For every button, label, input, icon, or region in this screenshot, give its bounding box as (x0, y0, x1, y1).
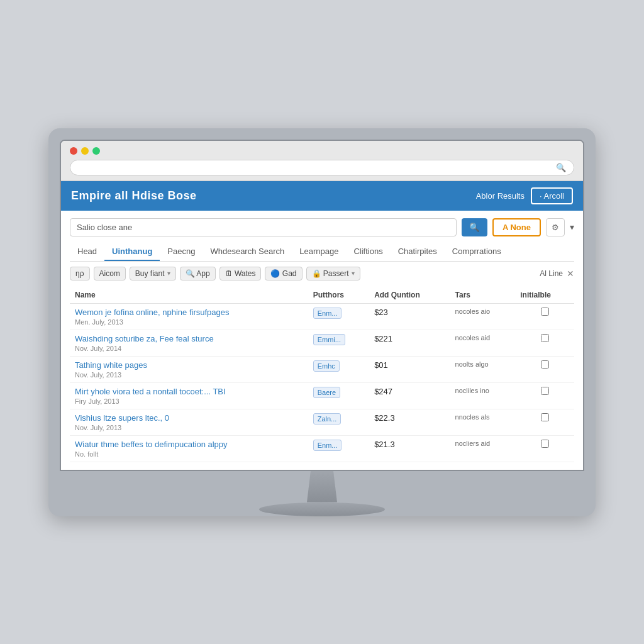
tab-comprrations[interactable]: Comprrations (445, 243, 509, 261)
author-badge[interactable]: Emhc (313, 360, 340, 372)
result-checkbox-cell[interactable] (515, 435, 574, 462)
filter-chip-app-label: 🔍 App (186, 269, 210, 278)
address-input[interactable] (78, 163, 556, 172)
result-author-cell: Zaln... (308, 409, 369, 435)
result-checkbox[interactable] (541, 440, 549, 448)
result-name-cell: Tathing white pages Nov. July, 2013 (70, 356, 308, 382)
result-price-cell: $23 (369, 303, 450, 330)
result-tags-cell: nocoles aid (450, 330, 516, 356)
filter-chip-gad-label: 🔵 Gad (270, 269, 296, 278)
settings-button[interactable]: ⚙ (546, 218, 565, 236)
header-nav-link[interactable]: Ablor Results (476, 191, 525, 201)
result-checkbox[interactable] (541, 360, 549, 369)
author-badge[interactable]: Baere (313, 387, 340, 398)
table-row: Vishius ltze supers ltec., 0 Nov. July, … (70, 409, 574, 435)
result-name-cell: Wiatur thme beffes to defimpucation alpp… (70, 435, 308, 462)
filter-chip-aicom[interactable]: Aicom (94, 267, 126, 280)
result-date: Nov. July, 2013 (75, 424, 303, 431)
search-input-wrap[interactable]: Salio close ane (70, 218, 457, 236)
search-bar-row: Salio close ane 🔍 A None ⚙ ▾ (70, 218, 574, 236)
tab-paecng[interactable]: Paecng (160, 243, 203, 261)
result-title[interactable]: Mirt yhole viora ted a nontall tocoet:..… (75, 387, 303, 396)
results-table: Name Putthors Add Quntion Tars initialbl… (70, 287, 574, 462)
result-title[interactable]: Tathing white pages (75, 360, 303, 370)
result-title[interactable]: Vishius ltze supers ltec., 0 (75, 413, 303, 423)
filter-chip-wates[interactable]: 🗓 Wates (219, 267, 262, 280)
tab-uinthanug[interactable]: Uinthanug (104, 243, 160, 261)
result-price-cell: $22.3 (369, 409, 450, 435)
table-row: Wiatur thme beffes to defimpucation alpp… (70, 435, 574, 462)
tab-head[interactable]: Head (70, 243, 104, 261)
result-price-cell: $21.3 (369, 435, 450, 462)
result-checkbox-cell[interactable] (515, 382, 574, 409)
result-tags-cell: nocoles aio (450, 303, 516, 330)
header-actions: Ablor Results · Arcoll (476, 187, 573, 204)
header-action-btn[interactable]: · Arcoll (531, 187, 573, 204)
result-title[interactable]: Waishding soturibe za, Fee feal sturce (75, 334, 303, 343)
app-header: Empire all Hdise Bose Ablor Results · Ar… (61, 181, 583, 211)
result-checkbox-cell[interactable] (515, 356, 574, 382)
stand-neck (303, 471, 341, 502)
search-icon: 🔍 (469, 223, 480, 232)
filter-chip-eta[interactable]: ηρ (70, 267, 90, 280)
result-tags-cell: nocliers aid (450, 435, 516, 462)
col-initialble: initialble (515, 287, 574, 304)
result-checkbox[interactable] (541, 334, 549, 342)
tab-learnpage[interactable]: Learnpage (292, 243, 346, 261)
result-price-cell: $01 (369, 356, 450, 382)
table-row: Waishding soturibe za, Fee feal sturce N… (70, 330, 574, 356)
result-name-cell: Wemon je fofina online, nphine firsufpag… (70, 303, 308, 330)
result-title[interactable]: Wemon je fofina online, nphine firsufpag… (75, 308, 303, 317)
filter-chip-buy[interactable]: Buy fiant ▾ (130, 267, 176, 280)
result-checkbox-cell[interactable] (515, 303, 574, 330)
browser-dots (70, 147, 574, 155)
address-bar[interactable]: 🔍 (70, 160, 574, 175)
expand-button[interactable]: ▾ (570, 222, 574, 232)
tab-cliftions[interactable]: Cliftions (346, 243, 390, 261)
result-price-cell: $247 (369, 382, 450, 409)
filter-row: ηρ Aicom Buy fiant ▾ 🔍 App 🗓 Wates 🔵 Gad (70, 267, 574, 280)
author-badge[interactable]: Emmi... (313, 334, 345, 345)
filter-chip-app[interactable]: 🔍 App (180, 267, 216, 280)
result-author-cell: Baere (308, 382, 369, 409)
monitor-stand (60, 471, 584, 516)
result-checkbox[interactable] (541, 387, 549, 395)
tab-whdesearch[interactable]: Whdesearch Search (203, 243, 292, 261)
filter-none-button[interactable]: A None (492, 218, 541, 236)
filter-chip-buy-label: Buy fiant (135, 269, 165, 278)
nav-tabs: Head Uinthanug Paecng Whdesearch Search … (70, 243, 574, 262)
close-filter-button[interactable]: ✕ (567, 269, 574, 279)
result-author-cell: Enm... (308, 303, 369, 330)
filter-chip-aicom-label: Aicom (99, 269, 120, 278)
dot-yellow[interactable] (81, 147, 89, 155)
result-checkbox[interactable] (541, 413, 549, 421)
result-tags-cell: nocliles ino (450, 382, 516, 409)
filter-chip-gad[interactable]: 🔵 Gad (265, 267, 302, 280)
result-checkbox-cell[interactable] (515, 330, 574, 356)
author-badge[interactable]: Enm... (313, 440, 342, 451)
result-title[interactable]: Wiatur thme beffes to defimpucation alpp… (75, 440, 303, 449)
result-tags-cell: nnocles als (450, 409, 516, 435)
tab-chatirpites[interactable]: Chatirpites (391, 243, 445, 261)
col-add-quntion: Add Quntion (369, 287, 450, 304)
col-putthors: Putthors (308, 287, 369, 304)
result-date: Men. July, 2013 (75, 318, 303, 326)
dot-red[interactable] (70, 147, 77, 155)
result-checkbox-cell[interactable] (515, 409, 574, 435)
author-badge[interactable]: Zaln... (313, 413, 341, 425)
search-button[interactable]: 🔍 (462, 218, 487, 236)
table-row: Wemon je fofina online, nphine firsufpag… (70, 303, 574, 330)
main-content: Salio close ane 🔍 A None ⚙ ▾ Head Uintha… (61, 211, 583, 470)
table-header-row: Name Putthors Add Quntion Tars initialbl… (70, 287, 574, 304)
search-input[interactable]: Salio close ane (77, 223, 450, 232)
al-line-button[interactable]: Al Line (540, 269, 563, 278)
result-checkbox[interactable] (541, 308, 549, 316)
close-icon: ✕ (567, 269, 574, 279)
filter-chip-passert[interactable]: 🔒 Passert ▾ (306, 267, 360, 280)
result-name-cell: Mirt yhole viora ted a nontall tocoet:..… (70, 382, 308, 409)
gear-icon: ⚙ (552, 223, 559, 232)
address-search-icon: 🔍 (556, 163, 566, 172)
dot-green[interactable] (92, 147, 100, 155)
author-badge[interactable]: Enm... (313, 308, 342, 319)
table-row: Mirt yhole viora ted a nontall tocoet:..… (70, 382, 574, 409)
